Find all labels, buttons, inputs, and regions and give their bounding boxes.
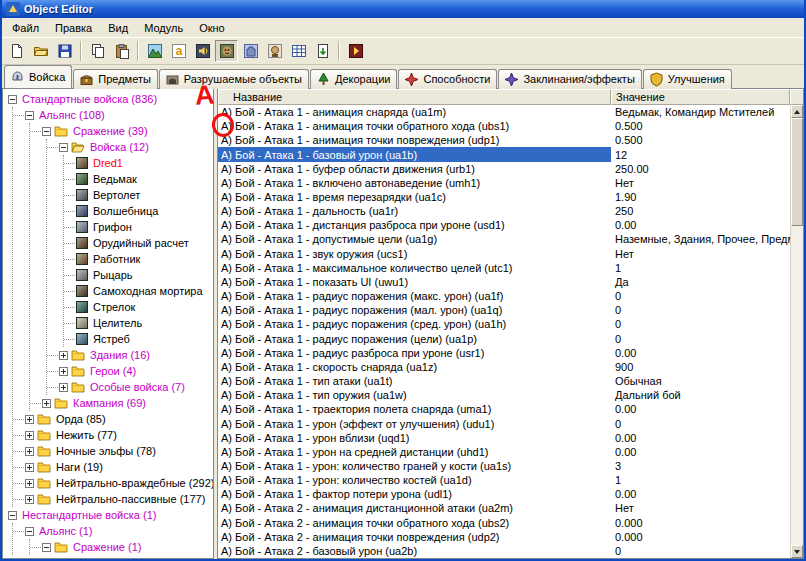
tree-item[interactable]: Нежить (77)	[25, 427, 213, 443]
attr-name-cell[interactable]: А) Бой - Атака 1 - звук оружия (ucs1)	[218, 247, 611, 261]
attr-value-cell[interactable]: 0	[611, 418, 790, 430]
scroll-up-button[interactable]	[791, 105, 803, 118]
table-row[interactable]: А) Бой - Атака 1 - урон: количество гран…	[218, 459, 790, 473]
attr-value-cell[interactable]: Обычная	[611, 375, 790, 387]
campaign-editor-button[interactable]	[239, 40, 262, 62]
ai-editor-button[interactable]	[263, 40, 286, 62]
attr-value-cell[interactable]: Нет	[611, 177, 790, 189]
attr-value-cell[interactable]: Ведьмак, Командир Мстителей	[611, 106, 790, 118]
tree-item[interactable]: Самоходная мортира	[76, 283, 213, 299]
attr-value-cell[interactable]: 900	[611, 361, 790, 373]
title-bar[interactable]: Object Editor	[2, 0, 804, 18]
attr-value-cell[interactable]: 1	[611, 474, 790, 486]
table-row[interactable]: А) Бой - Атака 1 - дистанция разброса пр…	[218, 218, 790, 232]
menu-edit[interactable]: Правка	[47, 20, 100, 36]
tree-item[interactable]: Орудийный расчет	[76, 235, 213, 251]
attr-value-cell[interactable]: 0.00	[611, 432, 790, 444]
table-row[interactable]: А) Бой - Атака 1 - анимация точки обратн…	[218, 119, 790, 133]
menu-view[interactable]: Вид	[100, 20, 136, 36]
attr-value-cell[interactable]: 0.00	[611, 219, 790, 231]
object-editor-button[interactable]	[215, 40, 238, 62]
attr-name-cell[interactable]: А) Бой - Атака 1 - радиус поражения (мак…	[218, 289, 611, 303]
attr-value-cell[interactable]: 0	[611, 318, 790, 330]
attr-value-cell[interactable]: 0.500	[611, 120, 790, 132]
expand-toggle[interactable]	[25, 463, 34, 472]
column-header-name[interactable]: Название	[218, 89, 611, 105]
expand-toggle[interactable]	[42, 399, 51, 408]
attr-value-cell[interactable]: Наземные, Здания, Прочее, Предметы	[611, 233, 790, 245]
expand-toggle[interactable]	[25, 431, 34, 440]
tree-item[interactable]: Орда (85)	[25, 411, 213, 427]
table-row[interactable]: А) Бой - Атака 1 - радиус поражения (мал…	[218, 303, 790, 317]
scroll-down-button[interactable]	[791, 545, 803, 558]
attr-value-cell[interactable]: 0	[611, 304, 790, 316]
attr-value-cell[interactable]: 0	[611, 290, 790, 302]
tree-item[interactable]: Стрелок	[76, 299, 213, 315]
sound-editor-button[interactable]	[191, 40, 214, 62]
tree-item[interactable]: Здания (16)	[59, 347, 213, 363]
menu-module[interactable]: Модуль	[136, 20, 191, 36]
table-row[interactable]: А) Бой - Атака 1 - время перезарядки (ua…	[218, 190, 790, 204]
attr-name-cell[interactable]: А) Бой - Атака 1 - урон вблизи (uqd1)	[218, 431, 611, 445]
table-row[interactable]: А) Бой - Атака 1 - базовый урон (ua1b)12	[218, 147, 790, 161]
attr-value-cell[interactable]: 3	[611, 460, 790, 472]
tree-item[interactable]: Ведьмак	[76, 171, 213, 187]
vertical-scrollbar[interactable]	[790, 105, 803, 558]
tree-item[interactable]: Войска (12)	[59, 139, 213, 155]
attr-value-cell[interactable]: 250.00	[611, 163, 790, 175]
tree-item[interactable]: Ночные эльфы (78)	[25, 443, 213, 459]
attr-value-cell[interactable]: 0.000	[611, 531, 790, 543]
table-row[interactable]: А) Бой - Атака 2 - анимация дистанционно…	[218, 501, 790, 515]
attr-value-cell[interactable]: 1	[611, 262, 790, 274]
expand-toggle[interactable]	[59, 367, 68, 376]
attr-name-cell[interactable]: А) Бой - Атака 1 - радиус поражения (цел…	[218, 332, 611, 346]
tree-item[interactable]: Грифон	[76, 219, 213, 235]
table-row[interactable]: А) Бой - Атака 1 - звук оружия (ucs1)Нет	[218, 247, 790, 261]
scroll-thumb[interactable]	[791, 118, 803, 226]
attr-name-cell[interactable]: А) Бой - Атака 1 - максимальное количест…	[218, 261, 611, 275]
attr-name-cell[interactable]: А) Бой - Атака 2 - анимация точки повреж…	[218, 530, 611, 544]
trigger-editor-button[interactable]: a	[167, 40, 190, 62]
attr-name-cell[interactable]: А) Бой - Атака 2 - анимация точки обратн…	[218, 516, 611, 530]
tree-item[interactable]: Герои (4)	[59, 363, 213, 379]
table-row[interactable]: А) Бой - Атака 1 - урон: количество кост…	[218, 473, 790, 487]
attr-value-cell[interactable]: 0	[611, 545, 790, 557]
table-row[interactable]: А) Бой - Атака 1 - тип оружия (ua1w)Даль…	[218, 388, 790, 402]
attr-value-cell[interactable]: 0.00	[611, 403, 790, 415]
menu-window[interactable]: Окно	[191, 20, 233, 36]
attr-name-cell[interactable]: А) Бой - Атака 1 - урон на средней диста…	[218, 445, 611, 459]
attr-name-cell[interactable]: А) Бой - Атака 1 - урон: количество гран…	[218, 459, 611, 473]
attr-name-cell[interactable]: А) Бой - Атака 1 - допустимые цели (ua1g…	[218, 232, 611, 246]
menu-file[interactable]: Файл	[4, 20, 47, 36]
attr-value-cell[interactable]: 1.90	[611, 191, 790, 203]
attr-name-cell[interactable]: А) Бой - Атака 1 - дальность (ua1r)	[218, 204, 611, 218]
tab-items[interactable]: Предметы	[73, 69, 158, 89]
expand-toggle[interactable]	[59, 351, 68, 360]
save-map-button[interactable]	[53, 40, 76, 62]
tree-item[interactable]: Работник	[76, 251, 213, 267]
copy-button[interactable]	[86, 40, 109, 62]
attr-value-cell[interactable]: Нет	[611, 248, 790, 260]
attr-name-cell[interactable]: А) Бой - Атака 1 - фактор потери урона (…	[218, 487, 611, 501]
tab-doodads[interactable]: Декорации	[310, 69, 397, 89]
column-header-value[interactable]: Значение	[611, 89, 790, 105]
tab-destructibles[interactable]: Разрушаемые объекты	[159, 69, 309, 89]
table-row[interactable]: А) Бой - Атака 2 - базовый урон (ua2b)0	[218, 544, 790, 558]
table-row[interactable]: А) Бой - Атака 1 - анимация снаряда (ua1…	[218, 105, 790, 119]
table-row[interactable]: А) Бой - Атака 2 - анимация точки обратн…	[218, 516, 790, 530]
table-row[interactable]: А) Бой - Атака 1 - радиус поражения (сре…	[218, 317, 790, 331]
terrain-editor-button[interactable]	[143, 40, 166, 62]
table-row[interactable]: А) Бой - Атака 1 - показать UI (uwu1)Да	[218, 275, 790, 289]
table-row[interactable]: А) Бой - Атака 1 - анимация точки повреж…	[218, 133, 790, 147]
table-row[interactable]: А) Бой - Атака 1 - допустимые цели (ua1g…	[218, 232, 790, 246]
collapse-toggle[interactable]	[25, 111, 34, 120]
tree-item[interactable]: Наги (19)	[25, 459, 213, 475]
attr-name-cell[interactable]: А) Бой - Атака 1 - анимация снаряда (ua1…	[218, 105, 611, 119]
expand-toggle[interactable]	[25, 479, 34, 488]
attr-value-cell[interactable]: 250	[611, 205, 790, 217]
table-row[interactable]: А) Бой - Атака 1 - максимальное количест…	[218, 261, 790, 275]
object-manager-button[interactable]	[287, 40, 310, 62]
collapse-toggle[interactable]	[25, 527, 34, 536]
attr-value-cell[interactable]: Дальний бой	[611, 389, 790, 401]
tree-item[interactable]: Рыцарь	[76, 267, 213, 283]
